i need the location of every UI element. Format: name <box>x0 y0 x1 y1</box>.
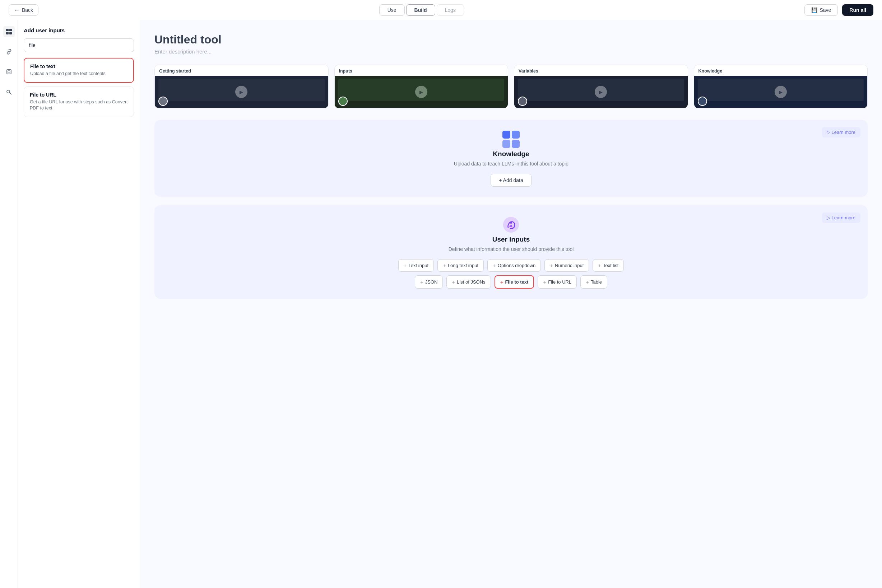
svg-rect-4 <box>7 70 11 74</box>
chip-list-of-jsons-label: List of JSONs <box>457 279 485 285</box>
back-arrow-icon: ← <box>14 7 20 13</box>
tutorial-knowledge[interactable]: Knowledge ▶ <box>694 64 868 108</box>
tab-logs[interactable]: Logs <box>437 4 464 16</box>
main-content: Untitled tool Enter description here... … <box>140 20 882 588</box>
user-inputs-section-icon <box>502 215 520 234</box>
chip-list-of-jsons[interactable]: + List of JSONs <box>446 275 491 289</box>
main-layout: Add user inputs File to text Upload a fi… <box>0 20 882 588</box>
tutorial-getting-started-thumb: ▶ <box>155 76 328 108</box>
back-button[interactable]: ← Back <box>9 4 38 16</box>
svg-rect-2 <box>6 32 9 34</box>
svg-rect-3 <box>9 32 12 34</box>
layers-icon <box>6 69 12 75</box>
user-inputs-chips: + Text input + Long text input + Options… <box>166 259 856 272</box>
card-file-to-url-title: File to URL <box>30 92 128 98</box>
tutorial-avatar-3 <box>518 97 527 106</box>
svg-rect-7 <box>502 130 510 139</box>
svg-rect-1 <box>9 29 12 31</box>
back-label: Back <box>22 7 33 13</box>
knowledge-title: Knowledge <box>166 150 856 158</box>
save-button[interactable]: 💾 Save <box>804 4 838 16</box>
thumb-screen-3 <box>518 79 684 101</box>
tutorial-knowledge-label: Knowledge <box>694 65 868 76</box>
sidebar-icon-key[interactable] <box>3 86 15 98</box>
sidebar-icon-link[interactable] <box>3 46 15 57</box>
tool-title[interactable]: Untitled tool <box>155 33 868 46</box>
chip-file-to-text-label: File to text <box>505 279 528 285</box>
topbar-left: ← Back <box>9 4 38 16</box>
card-file-to-url-desc: Get a file URL for use with steps such a… <box>30 99 128 112</box>
user-inputs-icon-wrap <box>166 215 856 236</box>
tutorial-variables-label: Variables <box>514 65 688 76</box>
save-label: Save <box>819 7 831 13</box>
chip-plus-icon-3: + <box>493 262 496 268</box>
chip-json-label: JSON <box>425 279 438 285</box>
tab-build[interactable]: Build <box>406 4 435 16</box>
svg-rect-10 <box>512 140 520 148</box>
tab-use[interactable]: Use <box>379 4 405 16</box>
knowledge-section: ▷ Learn more Knowledge Upload data to te… <box>155 120 868 197</box>
chip-text-input[interactable]: + Text input <box>398 259 434 272</box>
chip-long-text-input-label: Long text input <box>448 263 478 268</box>
chip-options-dropdown[interactable]: + Options dropdown <box>487 259 541 272</box>
card-file-to-text-desc: Upload a file and get the text contents. <box>30 71 128 77</box>
knowledge-subtitle: Upload data to teach LLMs in this tool a… <box>166 161 856 166</box>
tutorial-row: Getting started ▶ Inputs ▶ Variables <box>155 64 868 108</box>
chip-file-to-url-label: File to URL <box>548 279 571 285</box>
card-file-to-text[interactable]: File to text Upload a file and get the t… <box>24 58 134 83</box>
user-inputs-subtitle: Define what information the user should … <box>166 246 856 252</box>
left-panel: Add user inputs File to text Upload a fi… <box>18 20 140 588</box>
add-data-button[interactable]: + Add data <box>491 174 531 187</box>
key-icon <box>6 88 12 95</box>
user-inputs-chips-row2: + JSON + List of JSONs + File to text + … <box>166 275 856 289</box>
svg-point-11 <box>503 217 519 232</box>
user-inputs-learn-more-button[interactable]: ▷ Learn more <box>822 213 861 223</box>
svg-rect-8 <box>512 130 520 139</box>
thumb-screen-2 <box>338 79 505 101</box>
knowledge-learn-more-button[interactable]: ▷ Learn more <box>822 127 861 138</box>
tutorial-inputs[interactable]: Inputs ▶ <box>334 64 508 108</box>
chip-file-to-url[interactable]: + File to URL <box>538 275 577 289</box>
search-input[interactable] <box>24 38 134 52</box>
link-icon <box>6 48 12 55</box>
card-file-to-text-title: File to text <box>30 63 128 69</box>
chip-plus-icon-9: + <box>543 279 546 285</box>
tutorial-variables-thumb: ▶ <box>514 76 688 108</box>
run-all-button[interactable]: Run all <box>842 4 873 16</box>
tutorial-avatar-2 <box>338 97 348 106</box>
chip-table[interactable]: + Table <box>580 275 607 289</box>
tutorial-avatar <box>158 97 168 106</box>
thumb-screen <box>158 79 325 101</box>
sidebar-icon-layers[interactable] <box>3 66 15 78</box>
tutorial-variables[interactable]: Variables ▶ <box>514 64 688 108</box>
tutorial-getting-started-label: Getting started <box>155 65 328 76</box>
tutorial-getting-started[interactable]: Getting started ▶ <box>155 64 329 108</box>
chip-long-text-input[interactable]: + Long text input <box>437 259 484 272</box>
user-inputs-section: ▷ Learn more User inputs Define what inf… <box>155 206 868 298</box>
icon-sidebar <box>0 20 18 588</box>
chip-file-to-text[interactable]: + File to text <box>494 275 534 289</box>
chip-plus-icon: + <box>404 262 407 268</box>
chip-json[interactable]: + JSON <box>415 275 443 289</box>
chip-text-list-label: Text list <box>603 263 618 268</box>
chip-text-list[interactable]: + Text list <box>592 259 624 272</box>
card-file-to-url[interactable]: File to URL Get a file URL for use with … <box>24 87 134 117</box>
svg-rect-0 <box>6 29 9 31</box>
panel-title: Add user inputs <box>24 27 134 33</box>
knowledge-icon-wrap <box>166 130 856 150</box>
tutorial-avatar-4 <box>698 97 707 106</box>
save-icon: 💾 <box>811 7 817 13</box>
chip-numeric-input[interactable]: + Numeric input <box>544 259 589 272</box>
topbar: ← Back Use Build Logs 💾 Save Run all <box>0 0 882 20</box>
chip-plus-icon-6: + <box>420 279 424 285</box>
sidebar-icon-grid[interactable] <box>3 26 15 38</box>
chip-plus-icon-10: + <box>586 279 589 285</box>
chip-numeric-input-label: Numeric input <box>555 263 584 268</box>
chip-text-input-label: Text input <box>408 263 428 268</box>
tutorial-inputs-thumb: ▶ <box>335 76 508 108</box>
chip-options-dropdown-label: Options dropdown <box>498 263 536 268</box>
topbar-right: 💾 Save Run all <box>804 4 873 16</box>
tool-description[interactable]: Enter description here... <box>155 48 868 55</box>
grid-icon <box>6 28 12 35</box>
svg-rect-9 <box>502 140 510 148</box>
